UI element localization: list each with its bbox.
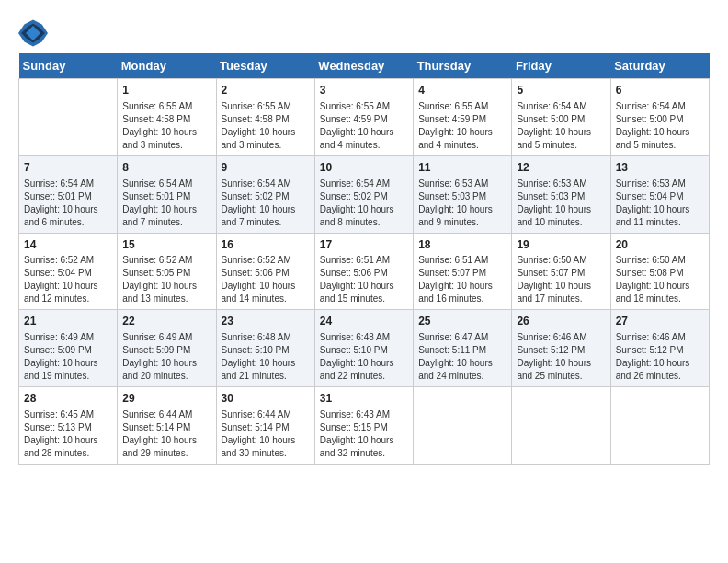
calendar-cell (610, 387, 709, 465)
calendar-cell: 1Sunrise: 6:55 AM Sunset: 4:58 PM Daylig… (118, 79, 216, 156)
day-number: 27 (616, 314, 704, 329)
day-number: 23 (222, 314, 310, 329)
calendar-cell: 22Sunrise: 6:49 AM Sunset: 5:09 PM Dayli… (118, 310, 216, 387)
day-info: Sunrise: 6:53 AM Sunset: 5:03 PM Dayligh… (517, 178, 605, 229)
calendar-cell: 18Sunrise: 6:51 AM Sunset: 5:07 PM Dayli… (414, 233, 512, 310)
day-info: Sunrise: 6:54 AM Sunset: 5:00 PM Dayligh… (517, 100, 605, 152)
weekday-header: Friday (512, 53, 610, 79)
day-info: Sunrise: 6:52 AM Sunset: 5:04 PM Dayligh… (24, 254, 112, 305)
day-info: Sunrise: 6:55 AM Sunset: 4:59 PM Dayligh… (418, 100, 506, 152)
day-number: 9 (222, 160, 310, 176)
calendar-cell: 28Sunrise: 6:45 AM Sunset: 5:13 PM Dayli… (19, 387, 118, 465)
day-number: 24 (320, 314, 408, 329)
calendar-cell: 30Sunrise: 6:44 AM Sunset: 5:14 PM Dayli… (216, 387, 314, 465)
calendar-table: SundayMondayTuesdayWednesdayThursdayFrid… (18, 53, 710, 465)
day-info: Sunrise: 6:52 AM Sunset: 5:06 PM Dayligh… (222, 254, 310, 305)
day-number: 30 (222, 391, 310, 407)
calendar-cell: 2Sunrise: 6:55 AM Sunset: 4:58 PM Daylig… (216, 79, 314, 156)
day-number: 8 (122, 160, 210, 176)
calendar-week-row: 21Sunrise: 6:49 AM Sunset: 5:09 PM Dayli… (19, 310, 710, 387)
day-number: 4 (418, 83, 506, 98)
calendar-cell: 8Sunrise: 6:54 AM Sunset: 5:01 PM Daylig… (118, 155, 216, 233)
day-number: 10 (320, 160, 408, 176)
day-info: Sunrise: 6:50 AM Sunset: 5:08 PM Dayligh… (616, 254, 704, 305)
weekday-header: Monday (118, 53, 216, 79)
calendar-cell: 21Sunrise: 6:49 AM Sunset: 5:09 PM Dayli… (19, 310, 118, 387)
day-number: 20 (616, 237, 704, 253)
day-number: 11 (418, 160, 506, 176)
day-number: 3 (320, 83, 408, 98)
calendar-cell: 24Sunrise: 6:48 AM Sunset: 5:10 PM Dayli… (314, 310, 413, 387)
day-info: Sunrise: 6:54 AM Sunset: 5:02 PM Dayligh… (320, 178, 408, 229)
day-info: Sunrise: 6:55 AM Sunset: 4:58 PM Dayligh… (122, 100, 210, 152)
day-info: Sunrise: 6:53 AM Sunset: 5:04 PM Dayligh… (616, 178, 704, 229)
day-number: 19 (517, 237, 605, 253)
day-info: Sunrise: 6:51 AM Sunset: 5:07 PM Dayligh… (418, 254, 506, 305)
calendar-cell: 25Sunrise: 6:47 AM Sunset: 5:11 PM Dayli… (414, 310, 512, 387)
calendar-cell: 14Sunrise: 6:52 AM Sunset: 5:04 PM Dayli… (19, 233, 118, 310)
weekday-header: Sunday (19, 53, 118, 79)
day-number: 18 (418, 237, 506, 253)
day-info: Sunrise: 6:52 AM Sunset: 5:05 PM Dayligh… (122, 254, 210, 305)
calendar-cell: 29Sunrise: 6:44 AM Sunset: 5:14 PM Dayli… (118, 387, 216, 465)
calendar-cell: 26Sunrise: 6:46 AM Sunset: 5:12 PM Dayli… (512, 310, 610, 387)
day-number: 13 (616, 160, 704, 176)
day-number: 5 (517, 83, 605, 98)
day-info: Sunrise: 6:48 AM Sunset: 5:10 PM Dayligh… (320, 331, 408, 383)
calendar-cell: 16Sunrise: 6:52 AM Sunset: 5:06 PM Dayli… (216, 233, 314, 310)
day-info: Sunrise: 6:45 AM Sunset: 5:13 PM Dayligh… (24, 408, 112, 460)
day-info: Sunrise: 6:54 AM Sunset: 5:00 PM Dayligh… (616, 100, 704, 152)
weekday-header: Saturday (610, 53, 709, 79)
calendar-cell: 13Sunrise: 6:53 AM Sunset: 5:04 PM Dayli… (610, 155, 709, 233)
day-number: 2 (222, 83, 310, 98)
day-number: 25 (418, 314, 506, 329)
day-info: Sunrise: 6:54 AM Sunset: 5:01 PM Dayligh… (122, 178, 210, 229)
calendar-cell: 31Sunrise: 6:43 AM Sunset: 5:15 PM Dayli… (314, 387, 413, 465)
weekday-header: Tuesday (216, 53, 314, 79)
day-number: 7 (24, 160, 112, 176)
day-info: Sunrise: 6:54 AM Sunset: 5:01 PM Dayligh… (24, 178, 112, 229)
calendar-week-row: 7Sunrise: 6:54 AM Sunset: 5:01 PM Daylig… (19, 155, 710, 233)
day-number: 6 (616, 83, 704, 98)
day-info: Sunrise: 6:55 AM Sunset: 4:59 PM Dayligh… (320, 100, 408, 152)
weekday-header: Thursday (414, 53, 512, 79)
day-info: Sunrise: 6:43 AM Sunset: 5:15 PM Dayligh… (320, 408, 408, 460)
calendar-cell: 3Sunrise: 6:55 AM Sunset: 4:59 PM Daylig… (314, 79, 413, 156)
logo (18, 18, 51, 48)
calendar-cell: 6Sunrise: 6:54 AM Sunset: 5:00 PM Daylig… (610, 79, 709, 156)
calendar-week-row: 14Sunrise: 6:52 AM Sunset: 5:04 PM Dayli… (19, 233, 710, 310)
day-number: 17 (320, 237, 408, 253)
calendar-cell: 20Sunrise: 6:50 AM Sunset: 5:08 PM Dayli… (610, 233, 709, 310)
calendar-cell: 10Sunrise: 6:54 AM Sunset: 5:02 PM Dayli… (314, 155, 413, 233)
calendar-cell (19, 79, 118, 156)
logo-icon (18, 18, 48, 48)
day-number: 26 (517, 314, 605, 329)
page-header (18, 18, 710, 48)
day-number: 1 (122, 83, 210, 98)
calendar-cell: 7Sunrise: 6:54 AM Sunset: 5:01 PM Daylig… (19, 155, 118, 233)
calendar-cell: 5Sunrise: 6:54 AM Sunset: 5:00 PM Daylig… (512, 79, 610, 156)
calendar-cell: 23Sunrise: 6:48 AM Sunset: 5:10 PM Dayli… (216, 310, 314, 387)
calendar-week-row: 1Sunrise: 6:55 AM Sunset: 4:58 PM Daylig… (19, 79, 710, 156)
calendar-cell: 17Sunrise: 6:51 AM Sunset: 5:06 PM Dayli… (314, 233, 413, 310)
day-info: Sunrise: 6:49 AM Sunset: 5:09 PM Dayligh… (24, 331, 112, 383)
day-number: 28 (24, 391, 112, 407)
day-info: Sunrise: 6:46 AM Sunset: 5:12 PM Dayligh… (616, 331, 704, 383)
weekday-header: Wednesday (314, 53, 413, 79)
calendar-cell: 4Sunrise: 6:55 AM Sunset: 4:59 PM Daylig… (414, 79, 512, 156)
day-info: Sunrise: 6:49 AM Sunset: 5:09 PM Dayligh… (122, 331, 210, 383)
header-row: SundayMondayTuesdayWednesdayThursdayFrid… (19, 53, 710, 79)
day-number: 14 (24, 237, 112, 253)
calendar-cell (512, 387, 610, 465)
day-info: Sunrise: 6:47 AM Sunset: 5:11 PM Dayligh… (418, 331, 506, 383)
day-info: Sunrise: 6:48 AM Sunset: 5:10 PM Dayligh… (222, 331, 310, 383)
day-info: Sunrise: 6:55 AM Sunset: 4:58 PM Dayligh… (222, 100, 310, 152)
calendar-cell: 12Sunrise: 6:53 AM Sunset: 5:03 PM Dayli… (512, 155, 610, 233)
calendar-cell: 27Sunrise: 6:46 AM Sunset: 5:12 PM Dayli… (610, 310, 709, 387)
day-number: 22 (122, 314, 210, 329)
calendar-cell: 19Sunrise: 6:50 AM Sunset: 5:07 PM Dayli… (512, 233, 610, 310)
day-number: 12 (517, 160, 605, 176)
day-number: 21 (24, 314, 112, 329)
day-info: Sunrise: 6:53 AM Sunset: 5:03 PM Dayligh… (418, 178, 506, 229)
day-info: Sunrise: 6:51 AM Sunset: 5:06 PM Dayligh… (320, 254, 408, 305)
